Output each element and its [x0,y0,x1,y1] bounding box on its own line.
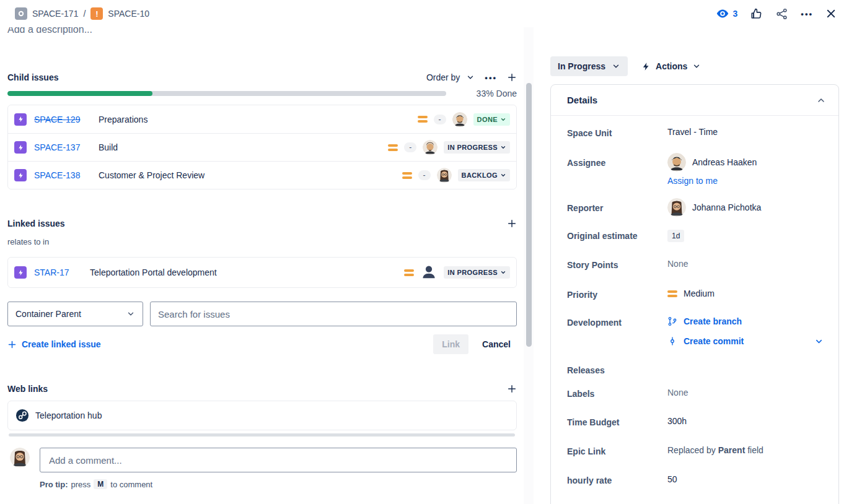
link-form-actions: Create linked issue Link Cancel [7,334,517,354]
priority-medium-icon [667,290,677,297]
field-label: Reporter [567,198,667,213]
estimate-badge[interactable]: - [434,115,446,124]
status-dropdown[interactable]: DONE [473,113,510,126]
field-value[interactable]: None [667,259,688,269]
issue-main-column: Add a description... Child issues Order … [0,27,517,489]
create-linked-issue-button[interactable]: Create linked issue [7,339,101,349]
child-issue-row[interactable]: SPACE-129 Preparations - DONE [8,105,516,133]
child-issues-more-icon[interactable]: ••• [485,73,497,82]
web-link-item[interactable]: Teleportation hub [7,401,517,430]
issue-summary[interactable]: Preparations [99,115,147,124]
field-label: Releases [567,364,667,375]
plus-icon [7,340,17,349]
breadcrumb-current-key[interactable]: SPACE-10 [108,9,149,19]
link-type-select[interactable]: Container Parent [7,302,143,326]
watchers-control[interactable]: 3 [716,7,738,20]
linked-issue-row[interactable]: STAR-17 Teleportation Portal development… [8,258,516,287]
issue-key-link[interactable]: STAR-17 [34,267,79,277]
field-label: Development [567,316,667,328]
chevron-down-icon [500,144,506,150]
topbar-actions: 3 ••• [716,7,837,20]
story-type-icon [14,266,27,279]
status-dropdown[interactable]: BACKLOG [458,169,510,181]
field-value[interactable]: 50 [667,474,677,484]
share-icon[interactable] [775,7,788,20]
link-type-selected-value: Container Parent [15,309,81,319]
status-label: DONE [477,116,498,123]
create-linked-issue-label: Create linked issue [22,339,101,349]
child-issue-row[interactable]: SPACE-138 Customer & Project Review - BA… [8,161,516,189]
progress-label: 33% Done [477,89,517,98]
main-scrollbar[interactable] [524,27,534,504]
create-commit-link[interactable]: Create commit [667,336,824,346]
field-label: Story Points [567,259,667,270]
issue-search-input[interactable] [150,302,517,326]
field-reporter: Reporter Johanna Pichotka [567,198,824,217]
estimate-badge[interactable]: - [404,142,416,152]
field-value[interactable]: 300h [667,416,687,426]
breadcrumb: SPACE-171 / ! SPACE-10 [15,7,149,20]
assignee-avatar [667,153,686,172]
reporter-name: Johanna Pichotka [692,202,761,212]
details-panel-header[interactable]: Details [551,85,838,116]
development-expand-chevron[interactable] [814,337,824,346]
linked-issues-list: STAR-17 Teleportation Portal development… [7,257,517,288]
priority-value[interactable]: Medium [667,289,715,298]
reporter-value[interactable]: Johanna Pichotka [667,198,761,217]
assign-to-me-link[interactable]: Assign to me [667,176,757,186]
issue-key-link[interactable]: SPACE-129 [34,115,87,124]
assignee-avatar[interactable] [437,168,452,183]
issue-summary[interactable]: Teleportation Portal development [90,267,217,277]
status-label: IN PROGRESS [447,144,498,151]
field-label: Epic Link [567,445,667,456]
assignee-avatar[interactable] [452,112,467,127]
cancel-button[interactable]: Cancel [476,334,517,354]
child-issue-row[interactable]: SPACE-137 Build - IN PROGRESS [8,133,516,161]
issue-summary[interactable]: Customer & Project Review [99,170,205,180]
chevron-down-icon [692,62,701,71]
linked-issues-title: Linked issues [7,219,65,228]
chevron-up-icon [816,95,826,105]
status-transition-dropdown[interactable]: In Progress [550,56,628,76]
current-user-avatar [10,448,30,467]
add-linked-issue-button[interactable] [507,219,517,228]
issue-key-link[interactable]: SPACE-138 [34,170,87,180]
comment-area [7,448,517,472]
chevron-down-icon [126,310,135,318]
watch-eye-icon [716,7,729,20]
field-value[interactable]: Travel - Time [667,127,718,137]
assignee-value[interactable]: Andreas Haaken [667,153,757,172]
chevron-down-icon [814,337,824,346]
chevron-down-icon [500,269,506,276]
field-value[interactable]: None [667,388,688,398]
estimate-badge[interactable]: - [418,170,431,180]
web-link-label[interactable]: Teleportation hub [35,411,102,420]
more-actions-icon[interactable]: ••• [801,9,813,19]
priority-medium-icon [418,116,428,123]
issue-summary[interactable]: Build [99,142,118,152]
assignee-avatar[interactable] [423,140,438,155]
comment-input[interactable] [40,448,517,472]
status-dropdown[interactable]: IN PROGRESS [444,141,510,154]
status-dropdown[interactable]: IN PROGRESS [444,266,510,279]
vote-thumbs-up-icon[interactable] [750,7,763,20]
breadcrumb-parent-key[interactable]: SPACE-171 [32,9,78,19]
field-label: Assignee [567,153,667,168]
close-icon[interactable] [825,8,837,19]
create-branch-link[interactable]: Create branch [667,316,824,326]
original-estimate-badge[interactable]: 1d [667,230,684,242]
web-link-favicon [15,409,29,422]
unassigned-avatar-icon[interactable] [420,264,438,281]
link-button[interactable]: Link [433,334,468,354]
scrollbar-thumb[interactable] [526,83,532,347]
issue-key-link[interactable]: SPACE-137 [34,142,87,152]
status-button-label: In Progress [558,61,605,71]
add-web-link-button[interactable] [507,384,517,394]
jira-issue-view: SPACE-171 / ! SPACE-10 3 ••• [0,0,849,504]
field-original-estimate: Original estimate 1d [567,230,824,242]
pro-tip-suffix: to comment [110,480,152,489]
order-by-dropdown[interactable]: Order by [426,72,475,82]
add-child-issue-button[interactable] [507,72,517,82]
field-label: Labels [567,388,667,399]
actions-dropdown[interactable]: Actions [641,61,701,72]
